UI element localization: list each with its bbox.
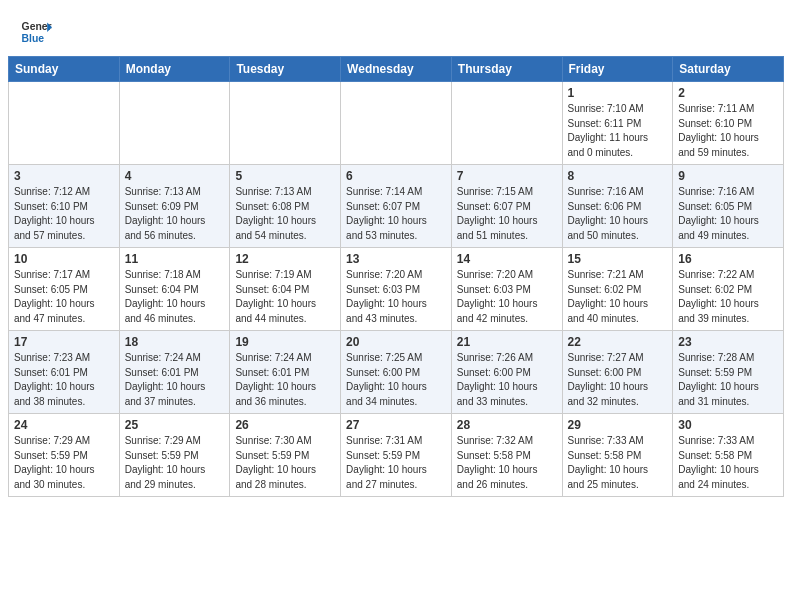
day-info: Sunrise: 7:24 AM Sunset: 6:01 PM Dayligh… bbox=[125, 351, 225, 409]
day-info: Sunrise: 7:24 AM Sunset: 6:01 PM Dayligh… bbox=[235, 351, 335, 409]
day-cell: 9Sunrise: 7:16 AM Sunset: 6:05 PM Daylig… bbox=[673, 165, 784, 248]
day-cell: 30Sunrise: 7:33 AM Sunset: 5:58 PM Dayli… bbox=[673, 414, 784, 497]
day-info: Sunrise: 7:21 AM Sunset: 6:02 PM Dayligh… bbox=[568, 268, 668, 326]
day-info: Sunrise: 7:10 AM Sunset: 6:11 PM Dayligh… bbox=[568, 102, 668, 160]
day-cell: 19Sunrise: 7:24 AM Sunset: 6:01 PM Dayli… bbox=[230, 331, 341, 414]
column-header-sunday: Sunday bbox=[9, 57, 120, 82]
day-info: Sunrise: 7:33 AM Sunset: 5:58 PM Dayligh… bbox=[568, 434, 668, 492]
day-cell: 20Sunrise: 7:25 AM Sunset: 6:00 PM Dayli… bbox=[341, 331, 452, 414]
column-header-thursday: Thursday bbox=[451, 57, 562, 82]
day-number: 11 bbox=[125, 252, 225, 266]
day-cell: 28Sunrise: 7:32 AM Sunset: 5:58 PM Dayli… bbox=[451, 414, 562, 497]
day-info: Sunrise: 7:29 AM Sunset: 5:59 PM Dayligh… bbox=[125, 434, 225, 492]
day-cell: 26Sunrise: 7:30 AM Sunset: 5:59 PM Dayli… bbox=[230, 414, 341, 497]
day-number: 18 bbox=[125, 335, 225, 349]
day-info: Sunrise: 7:13 AM Sunset: 6:08 PM Dayligh… bbox=[235, 185, 335, 243]
day-info: Sunrise: 7:19 AM Sunset: 6:04 PM Dayligh… bbox=[235, 268, 335, 326]
day-number: 28 bbox=[457, 418, 557, 432]
day-info: Sunrise: 7:25 AM Sunset: 6:00 PM Dayligh… bbox=[346, 351, 446, 409]
day-number: 27 bbox=[346, 418, 446, 432]
day-number: 24 bbox=[14, 418, 114, 432]
day-number: 26 bbox=[235, 418, 335, 432]
day-number: 7 bbox=[457, 169, 557, 183]
column-header-friday: Friday bbox=[562, 57, 673, 82]
day-info: Sunrise: 7:23 AM Sunset: 6:01 PM Dayligh… bbox=[14, 351, 114, 409]
day-cell: 14Sunrise: 7:20 AM Sunset: 6:03 PM Dayli… bbox=[451, 248, 562, 331]
day-cell: 27Sunrise: 7:31 AM Sunset: 5:59 PM Dayli… bbox=[341, 414, 452, 497]
day-info: Sunrise: 7:14 AM Sunset: 6:07 PM Dayligh… bbox=[346, 185, 446, 243]
day-cell: 15Sunrise: 7:21 AM Sunset: 6:02 PM Dayli… bbox=[562, 248, 673, 331]
logo-icon: General Blue bbox=[20, 16, 52, 48]
day-cell: 6Sunrise: 7:14 AM Sunset: 6:07 PM Daylig… bbox=[341, 165, 452, 248]
day-info: Sunrise: 7:27 AM Sunset: 6:00 PM Dayligh… bbox=[568, 351, 668, 409]
day-info: Sunrise: 7:33 AM Sunset: 5:58 PM Dayligh… bbox=[678, 434, 778, 492]
calendar-wrapper: SundayMondayTuesdayWednesdayThursdayFrid… bbox=[0, 56, 792, 505]
day-cell bbox=[119, 82, 230, 165]
week-row-1: 1Sunrise: 7:10 AM Sunset: 6:11 PM Daylig… bbox=[9, 82, 784, 165]
column-header-wednesday: Wednesday bbox=[341, 57, 452, 82]
day-info: Sunrise: 7:29 AM Sunset: 5:59 PM Dayligh… bbox=[14, 434, 114, 492]
day-info: Sunrise: 7:31 AM Sunset: 5:59 PM Dayligh… bbox=[346, 434, 446, 492]
day-cell: 29Sunrise: 7:33 AM Sunset: 5:58 PM Dayli… bbox=[562, 414, 673, 497]
day-cell: 17Sunrise: 7:23 AM Sunset: 6:01 PM Dayli… bbox=[9, 331, 120, 414]
day-cell: 22Sunrise: 7:27 AM Sunset: 6:00 PM Dayli… bbox=[562, 331, 673, 414]
calendar-table: SundayMondayTuesdayWednesdayThursdayFrid… bbox=[8, 56, 784, 497]
day-number: 6 bbox=[346, 169, 446, 183]
day-number: 23 bbox=[678, 335, 778, 349]
day-number: 29 bbox=[568, 418, 668, 432]
day-cell: 21Sunrise: 7:26 AM Sunset: 6:00 PM Dayli… bbox=[451, 331, 562, 414]
day-cell: 18Sunrise: 7:24 AM Sunset: 6:01 PM Dayli… bbox=[119, 331, 230, 414]
day-number: 10 bbox=[14, 252, 114, 266]
day-info: Sunrise: 7:18 AM Sunset: 6:04 PM Dayligh… bbox=[125, 268, 225, 326]
column-header-monday: Monday bbox=[119, 57, 230, 82]
day-info: Sunrise: 7:26 AM Sunset: 6:00 PM Dayligh… bbox=[457, 351, 557, 409]
day-info: Sunrise: 7:12 AM Sunset: 6:10 PM Dayligh… bbox=[14, 185, 114, 243]
day-number: 19 bbox=[235, 335, 335, 349]
day-cell: 16Sunrise: 7:22 AM Sunset: 6:02 PM Dayli… bbox=[673, 248, 784, 331]
day-number: 16 bbox=[678, 252, 778, 266]
day-info: Sunrise: 7:28 AM Sunset: 5:59 PM Dayligh… bbox=[678, 351, 778, 409]
day-info: Sunrise: 7:30 AM Sunset: 5:59 PM Dayligh… bbox=[235, 434, 335, 492]
day-number: 14 bbox=[457, 252, 557, 266]
day-cell: 3Sunrise: 7:12 AM Sunset: 6:10 PM Daylig… bbox=[9, 165, 120, 248]
day-info: Sunrise: 7:20 AM Sunset: 6:03 PM Dayligh… bbox=[346, 268, 446, 326]
day-number: 21 bbox=[457, 335, 557, 349]
day-info: Sunrise: 7:17 AM Sunset: 6:05 PM Dayligh… bbox=[14, 268, 114, 326]
day-cell: 11Sunrise: 7:18 AM Sunset: 6:04 PM Dayli… bbox=[119, 248, 230, 331]
day-number: 9 bbox=[678, 169, 778, 183]
day-number: 2 bbox=[678, 86, 778, 100]
day-cell: 24Sunrise: 7:29 AM Sunset: 5:59 PM Dayli… bbox=[9, 414, 120, 497]
day-number: 5 bbox=[235, 169, 335, 183]
day-number: 17 bbox=[14, 335, 114, 349]
week-row-2: 3Sunrise: 7:12 AM Sunset: 6:10 PM Daylig… bbox=[9, 165, 784, 248]
day-number: 3 bbox=[14, 169, 114, 183]
day-cell: 23Sunrise: 7:28 AM Sunset: 5:59 PM Dayli… bbox=[673, 331, 784, 414]
logo: General Blue bbox=[20, 16, 52, 48]
day-cell: 4Sunrise: 7:13 AM Sunset: 6:09 PM Daylig… bbox=[119, 165, 230, 248]
day-number: 15 bbox=[568, 252, 668, 266]
day-number: 20 bbox=[346, 335, 446, 349]
day-number: 13 bbox=[346, 252, 446, 266]
day-number: 8 bbox=[568, 169, 668, 183]
header-row: SundayMondayTuesdayWednesdayThursdayFrid… bbox=[9, 57, 784, 82]
day-cell: 12Sunrise: 7:19 AM Sunset: 6:04 PM Dayli… bbox=[230, 248, 341, 331]
day-cell bbox=[9, 82, 120, 165]
day-info: Sunrise: 7:20 AM Sunset: 6:03 PM Dayligh… bbox=[457, 268, 557, 326]
page-header: General Blue bbox=[0, 0, 792, 56]
week-row-4: 17Sunrise: 7:23 AM Sunset: 6:01 PM Dayli… bbox=[9, 331, 784, 414]
day-cell bbox=[230, 82, 341, 165]
day-cell: 5Sunrise: 7:13 AM Sunset: 6:08 PM Daylig… bbox=[230, 165, 341, 248]
column-header-tuesday: Tuesday bbox=[230, 57, 341, 82]
column-header-saturday: Saturday bbox=[673, 57, 784, 82]
day-cell: 25Sunrise: 7:29 AM Sunset: 5:59 PM Dayli… bbox=[119, 414, 230, 497]
day-cell: 13Sunrise: 7:20 AM Sunset: 6:03 PM Dayli… bbox=[341, 248, 452, 331]
svg-text:Blue: Blue bbox=[22, 33, 45, 44]
day-info: Sunrise: 7:15 AM Sunset: 6:07 PM Dayligh… bbox=[457, 185, 557, 243]
day-info: Sunrise: 7:11 AM Sunset: 6:10 PM Dayligh… bbox=[678, 102, 778, 160]
day-cell bbox=[451, 82, 562, 165]
day-number: 22 bbox=[568, 335, 668, 349]
day-info: Sunrise: 7:16 AM Sunset: 6:06 PM Dayligh… bbox=[568, 185, 668, 243]
day-cell: 1Sunrise: 7:10 AM Sunset: 6:11 PM Daylig… bbox=[562, 82, 673, 165]
day-cell: 10Sunrise: 7:17 AM Sunset: 6:05 PM Dayli… bbox=[9, 248, 120, 331]
day-number: 1 bbox=[568, 86, 668, 100]
